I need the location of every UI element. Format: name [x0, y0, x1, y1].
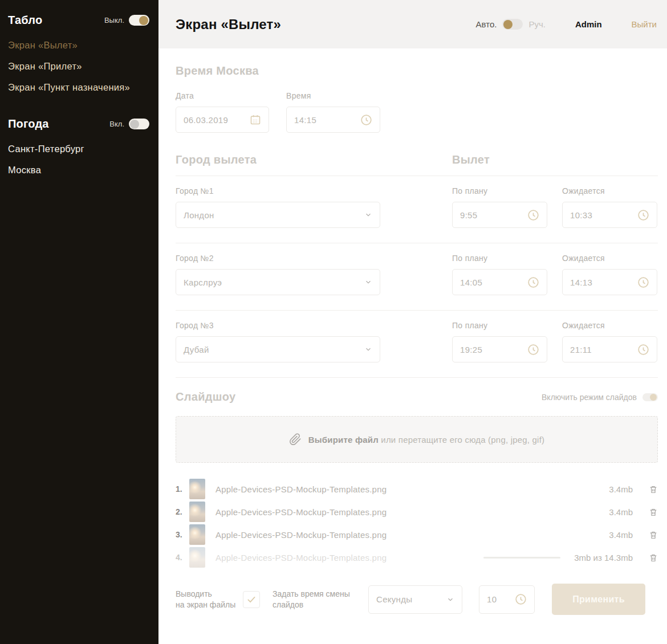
tablo-power-toggle[interactable]: [129, 15, 149, 26]
file-row-1: 1. Apple-Devices-PSD-Mockup-Templates.pn…: [176, 478, 658, 500]
dropzone-text-bold: Выбирите файл: [308, 435, 379, 445]
file-number: 1.: [176, 484, 189, 494]
file-name: Apple-Devices-PSD-Mockup-Templates.png: [215, 507, 609, 517]
sidebar-item-spb[interactable]: Санкт-Петербург: [8, 138, 149, 160]
file-number: 4.: [176, 553, 189, 562]
upload-progress-bar: [483, 557, 560, 559]
interval-label-line2: слайдов: [273, 600, 358, 610]
slideshow-title: Слайдшоу: [176, 390, 235, 403]
city-1-expected-value: 10:33: [570, 210, 592, 220]
date-label: Дата: [176, 91, 269, 100]
dropzone-text-rest: или перетащите его сюда (png, jpeg, gif): [379, 435, 544, 445]
departure-cities-section: Город вылета Вылет Город №1 Лондон По пл…: [176, 153, 658, 378]
sidebar-item-screen-destination[interactable]: Экран «Пункт назначения»: [8, 77, 149, 98]
interval-units-value: Секунды: [376, 594, 412, 604]
city-2-plan-value: 14:05: [460, 278, 482, 287]
interval-value: 10: [487, 594, 497, 604]
dropzone-text: Выбирите файл или перетащите его сюда (p…: [308, 435, 544, 445]
check-icon: [246, 594, 257, 605]
slideshow-mode-toggle[interactable]: [642, 393, 658, 401]
file-row-3: 3. Apple-Devices-PSD-Mockup-Templates.pn…: [176, 523, 658, 546]
file-number: 2.: [176, 507, 189, 516]
city-3-value: Дубай: [184, 345, 209, 354]
clock-icon: [527, 344, 539, 356]
city-1-plan-input[interactable]: 9:55: [452, 202, 547, 228]
sidebar-section-weather-title: Погода: [8, 117, 49, 131]
delete-file-icon[interactable]: [649, 484, 658, 494]
sidebar: Табло Выкл. Экран «Вылет» Экран «Прилет»…: [0, 0, 158, 644]
cities-right-title: Вылет: [452, 153, 490, 166]
mode-manual-label: Руч.: [528, 19, 546, 29]
clock-icon: [360, 114, 372, 126]
clock-icon: [527, 209, 539, 221]
time-input[interactable]: 14:15: [286, 107, 380, 133]
sidebar-item-screen-departure[interactable]: Экран «Вылет»: [8, 35, 149, 56]
delete-file-icon[interactable]: [649, 530, 658, 540]
file-dropzone[interactable]: Выбирите файл или перетащите его сюда (p…: [176, 416, 658, 463]
clock-icon: [527, 276, 539, 288]
interval-label: Задать время смены слайдов: [273, 589, 358, 610]
weather-power-toggle[interactable]: [129, 119, 149, 129]
city-row-2: Город №2 Карслруэ По плану 14:05 Ожидает…: [176, 243, 658, 310]
city-2-plan-input[interactable]: 14:05: [452, 269, 547, 295]
chevron-down-icon: [364, 278, 372, 286]
plan-label: По плану: [452, 254, 547, 263]
time-label: Время: [286, 91, 380, 100]
sidebar-item-moscow[interactable]: Москва: [8, 160, 149, 181]
toggle-knob: [503, 20, 513, 29]
weather-menu: Санкт-Петербург Москва: [8, 138, 149, 181]
expected-label: Ожидается: [562, 321, 657, 330]
topbar: Экран «Вылет» Авто. Руч. Admin Выйти: [158, 0, 667, 48]
clock-icon: [637, 344, 649, 356]
clock-icon: [637, 276, 649, 288]
city-3-plan-input[interactable]: 19:25: [452, 336, 547, 362]
interval-label-line1: Задать время смены: [273, 589, 358, 600]
calendar-icon: [250, 114, 261, 125]
paperclip-icon: [289, 433, 302, 446]
auto-manual-toggle[interactable]: [502, 19, 523, 30]
divider: [176, 377, 658, 378]
date-value: 06.03.2019: [184, 115, 228, 125]
city-3-select[interactable]: Дубай: [176, 336, 380, 362]
expected-label: Ожидается: [562, 186, 657, 195]
page-title: Экран «Вылет»: [176, 17, 281, 32]
delete-file-icon[interactable]: [649, 507, 658, 517]
cities-left-title: Город вылета: [176, 153, 452, 166]
chevron-down-icon: [364, 211, 372, 219]
interval-units-select[interactable]: Секунды: [368, 585, 462, 614]
slideshow-toggle-label: Включить режим слайдов: [542, 393, 637, 402]
file-thumbnail: [189, 502, 205, 522]
weather-toggle-label: Вкл.: [109, 120, 124, 128]
file-thumbnail: [189, 547, 205, 568]
clock-icon: [637, 209, 649, 221]
chevron-down-icon: [446, 596, 454, 604]
plan-label: По плану: [452, 321, 547, 330]
interval-value-input[interactable]: 10: [479, 585, 535, 614]
city-2-select[interactable]: Карслруэ: [176, 269, 380, 295]
city-row-3: Город №3 Дубай По плану 19:25 Ожидается: [176, 311, 658, 377]
plan-label: По плану: [452, 186, 547, 195]
date-input[interactable]: 06.03.2019: [176, 107, 269, 133]
city-3-expected-input[interactable]: 21:11: [562, 336, 657, 362]
city-row-1: Город №1 Лондон По плану 9:55 Ожидается: [176, 176, 658, 243]
toggle-knob: [139, 16, 148, 25]
file-row-4-uploading: 4. Apple-Devices-PSD-Mockup-Templates.pn…: [176, 546, 658, 569]
file-name: Apple-Devices-PSD-Mockup-Templates.png: [215, 553, 483, 563]
file-size: 3.4mb: [609, 530, 633, 540]
delete-file-icon[interactable]: [649, 553, 658, 563]
city-2-expected-input[interactable]: 14:13: [562, 269, 657, 295]
city-1-label: Город №1: [176, 186, 452, 195]
logout-link[interactable]: Выйти: [632, 19, 657, 29]
apply-button[interactable]: Применить: [552, 584, 645, 615]
file-row-2: 2. Apple-Devices-PSD-Mockup-Templates.pn…: [176, 500, 658, 523]
city-1-value: Лондон: [184, 210, 214, 220]
display-files-checkbox[interactable]: [243, 591, 260, 608]
moscow-time-title: Время Москва: [176, 64, 658, 78]
uploaded-files-list: 1. Apple-Devices-PSD-Mockup-Templates.pn…: [176, 478, 658, 569]
city-1-expected-input[interactable]: 10:33: [562, 202, 657, 228]
file-name: Apple-Devices-PSD-Mockup-Templates.png: [215, 530, 609, 540]
city-2-value: Карслруэ: [184, 278, 222, 287]
city-1-select[interactable]: Лондон: [176, 202, 380, 228]
main-area: Экран «Вылет» Авто. Руч. Admin Выйти Вре…: [158, 0, 667, 644]
sidebar-item-screen-arrival[interactable]: Экран «Прилет»: [8, 56, 149, 77]
